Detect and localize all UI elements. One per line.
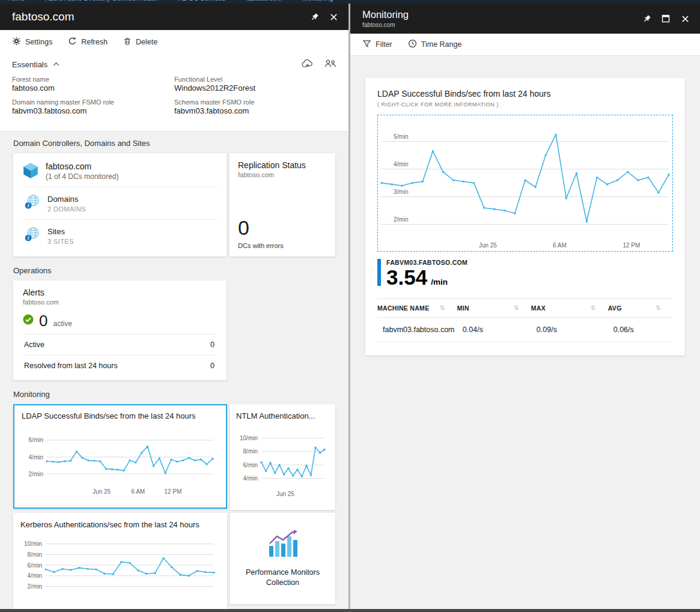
field-label: Domain naming master FSMO role	[12, 98, 174, 106]
close-icon[interactable]	[326, 9, 341, 25]
blade-monitoring: Monitoring fabtoso.com Filter	[350, 4, 700, 609]
ntlm-mini-chart: 4/min6/min8/min10/minJun 25	[236, 425, 329, 500]
domain-naming-master-value: fabvm03.fabtoso.com	[12, 106, 174, 115]
section-heading: Operations	[13, 266, 335, 275]
svg-text:6/min: 6/min	[29, 437, 43, 443]
avg-cell: 0.06/s	[608, 326, 673, 334]
performance-monitors-card[interactable]: Performance Monitors Collection	[230, 513, 335, 604]
column-header-machine-name[interactable]: MACHINE NAME ⇅	[377, 304, 457, 312]
essentials-toggle[interactable]: Essentials	[0, 54, 348, 74]
svg-text:2/min: 2/min	[394, 216, 408, 223]
blade-fabtoso: fabtoso.com Settings R	[0, 4, 348, 609]
chart-title: LDAP Successful Binds/sec from last 24 h…	[377, 89, 673, 98]
bar-chart-icon	[267, 529, 299, 560]
alerts-card[interactable]: Alerts fabtoso.com 0 active Active 0	[13, 280, 227, 380]
forest-name-value: fabtoso.com	[12, 83, 174, 92]
svg-text:4/min: 4/min	[394, 161, 408, 168]
svg-text:10/min: 10/min	[24, 541, 42, 547]
pin-icon[interactable]	[306, 9, 322, 25]
column-header-avg[interactable]: AVG ⇅	[608, 304, 673, 312]
svg-text:6 AM: 6 AM	[131, 488, 145, 495]
clock-icon	[408, 39, 417, 50]
svg-text:3/min: 3/min	[394, 189, 408, 195]
maximize-icon[interactable]	[658, 11, 674, 26]
ldap-binds-card[interactable]: LDAP Successful Binds/sec from the last …	[13, 404, 227, 509]
svg-text:6/min: 6/min	[28, 562, 42, 569]
section-monitoring: Monitoring LDAP Successful Binds/sec fro…	[13, 390, 335, 609]
users-icon[interactable]	[324, 59, 336, 70]
ldap-mini-chart: 2/min4/min6/minJun 256 AM12 PM	[22, 425, 219, 497]
horizontal-scrollbar[interactable]	[0, 609, 700, 612]
chart-legend[interactable]: FABVM03.FABTOSO.COM 3.54 /min	[377, 259, 673, 289]
section-operations: Operations Alerts fabtoso.com 0 active A…	[13, 266, 335, 380]
sort-icon: ⇅	[514, 304, 519, 311]
svg-text:8/min: 8/min	[243, 448, 258, 455]
kerberos-auth-card[interactable]: Kerberos Authentications/sec from the la…	[13, 513, 227, 609]
forest-card[interactable]: fabtoso.com (1 of 4 DCs monitored) i Dom…	[13, 153, 227, 256]
refresh-button[interactable]: Refresh	[68, 37, 108, 47]
blade-subtitle: fabtoso.com	[362, 22, 409, 28]
forest-cube-icon	[22, 162, 40, 182]
legend-current-value: 3.54	[386, 267, 427, 289]
pin-icon[interactable]	[639, 11, 654, 26]
svg-text:Jun 25: Jun 25	[93, 488, 111, 495]
performance-monitors-label: Performance Monitors Collection	[244, 568, 322, 589]
blade-monitoring-header: Monitoring fabtoso.com	[350, 4, 700, 34]
field-label: Forest name	[12, 76, 174, 83]
refresh-label: Refresh	[81, 38, 108, 46]
svg-text:12 PM: 12 PM	[164, 488, 181, 495]
svg-text:4/min: 4/min	[243, 475, 258, 482]
filter-icon	[362, 39, 371, 50]
ntlm-auth-card[interactable]: NTLM Authentication... 4/min6/min8/min10…	[230, 404, 335, 510]
svg-text:8/min: 8/min	[28, 551, 42, 558]
alerts-active-caption: active	[53, 320, 72, 328]
breadcrumb-home[interactable]: Home	[7, 0, 25, 2]
fabtoso-toolbar: Settings Refresh Delete	[0, 30, 348, 54]
cloud-icon[interactable]	[301, 59, 314, 70]
alerts-active-row[interactable]: Active 0	[23, 334, 217, 355]
column-header-max[interactable]: MAX ⇅	[531, 304, 608, 312]
functional-level-value: Windows2012R2Forest	[174, 83, 336, 92]
svg-text:6/min: 6/min	[243, 462, 258, 468]
delete-button[interactable]: Delete	[123, 37, 157, 47]
field-label: Schema master FSMO role	[174, 98, 336, 106]
alerts-card-title: Alerts	[23, 288, 217, 297]
sites-count: 3 SITES	[47, 238, 74, 245]
svg-text:4/min: 4/min	[29, 454, 43, 461]
breadcrumb-ad-ds-services[interactable]: AD DS Services	[178, 0, 225, 2]
ldap-chart-card: LDAP Successful Binds/sec from last 24 h…	[365, 78, 685, 356]
svg-text:2/min: 2/min	[28, 583, 42, 590]
refresh-icon	[68, 37, 77, 47]
replication-status-card[interactable]: Replication Status fabtoso.com 0 DCs wit…	[230, 153, 335, 256]
breadcrumb-connect-health[interactable]: Azure Active Directory Connect Health	[45, 0, 157, 2]
min-cell: 0.04/s	[457, 326, 531, 334]
kerberos-card-title: Kerberos Authentications/sec from the la…	[20, 520, 220, 529]
settings-button[interactable]: Settings	[12, 37, 52, 47]
column-header-min[interactable]: MIN ⇅	[457, 304, 531, 312]
essentials-label: Essentials	[12, 60, 47, 69]
section-heading: Monitoring	[13, 390, 335, 399]
replication-error-count: 0	[238, 217, 327, 238]
chart-subtitle: ( RIGHT-CLICK FOR MORE INFORMATION )	[377, 101, 673, 108]
sites-row[interactable]: i Sites 3 SITES	[22, 219, 218, 252]
ldap-card-title: LDAP Successful Binds/sec from the last …	[22, 411, 219, 420]
time-range-button[interactable]: Time Range	[408, 39, 462, 50]
filter-button[interactable]: Filter	[362, 39, 392, 50]
close-icon[interactable]	[677, 11, 693, 26]
gear-icon	[12, 37, 21, 47]
delete-label: Delete	[136, 38, 157, 46]
fabtoso-body: Domain Controllers, Domains and Sites fa…	[0, 131, 348, 609]
globe-info-icon: i	[24, 226, 40, 245]
alerts-resolved-row[interactable]: Resolved from last 24 hours 0	[23, 355, 217, 376]
essentials-panel: Forest name fabtoso.com Domain naming ma…	[0, 74, 348, 131]
breadcrumb-monitoring[interactable]: Monitoring	[302, 0, 333, 2]
breadcrumb-fabtoso[interactable]: fabtoso.com	[246, 0, 282, 2]
svg-text:2/min: 2/min	[29, 471, 43, 477]
forest-card-subtitle: (1 of 4 DCs monitored)	[46, 172, 118, 181]
blade-title: fabtoso.com	[12, 10, 75, 23]
settings-label: Settings	[25, 38, 52, 46]
svg-text:12 PM: 12 PM	[622, 242, 640, 249]
machine-name-cell: fabvm03.fabtoso.com	[377, 326, 457, 334]
ldap-main-chart[interactable]: 2/min3/min4/min5/minJun 256 AM12 PM	[377, 115, 673, 252]
domains-row[interactable]: i Domains 2 DOMAINS	[22, 187, 218, 219]
